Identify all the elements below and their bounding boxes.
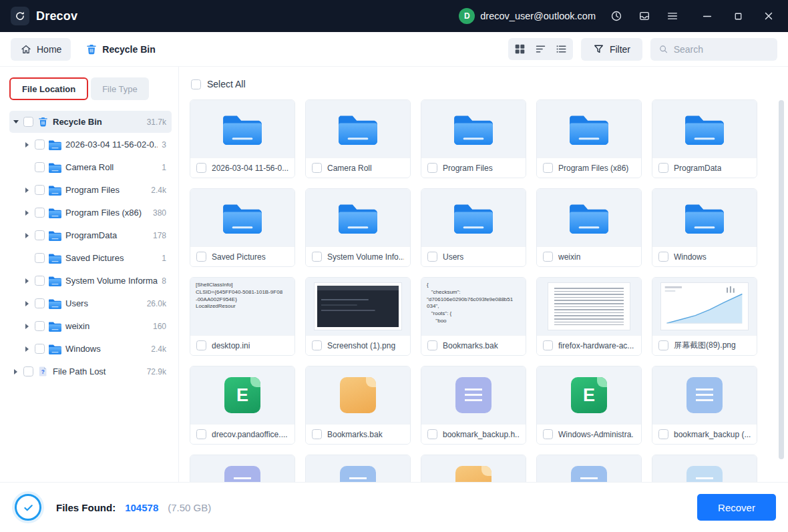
- file-card[interactable]: System Volume Info...: [305, 188, 411, 267]
- tree-item-dated-folder[interactable]: 2026-03-04 11-56-02-0... 3: [21, 134, 172, 156]
- close-button[interactable]: [761, 9, 776, 23]
- checkbox[interactable]: [427, 252, 437, 262]
- file-card[interactable]: Windows-Administra.: [536, 366, 642, 445]
- file-card[interactable]: 屏幕截图(89).png: [652, 277, 757, 356]
- tree-item-program-files[interactable]: Program Files 2.4k: [21, 179, 172, 201]
- checkbox[interactable]: [196, 252, 206, 262]
- checkbox[interactable]: [658, 340, 668, 350]
- filter-button[interactable]: Filter: [581, 38, 642, 61]
- list-view-icon[interactable]: [552, 40, 571, 58]
- file-card[interactable]: [ShellClassInfo] CLSID={645FF040-5081-10…: [190, 277, 295, 356]
- checkbox[interactable]: [427, 163, 437, 173]
- file-card[interactable]: [305, 455, 411, 482]
- checkbox[interactable]: [23, 117, 33, 127]
- recover-button[interactable]: Recover: [697, 494, 776, 521]
- tree-item-weixin[interactable]: weixin 160: [21, 315, 172, 337]
- tree-item-programdata[interactable]: ProgramData 178: [21, 224, 172, 246]
- breadcrumb[interactable]: Recycle Bin: [85, 43, 155, 55]
- checkbox[interactable]: [35, 208, 45, 218]
- tree-item-users[interactable]: Users 26.0k: [21, 292, 172, 314]
- chevron-right-icon[interactable]: [23, 300, 31, 307]
- search-input[interactable]: [674, 44, 769, 55]
- minimize-button[interactable]: [700, 9, 715, 23]
- checkbox[interactable]: [312, 163, 322, 173]
- select-all-checkbox[interactable]: [191, 79, 201, 89]
- chevron-right-icon[interactable]: [12, 368, 19, 375]
- grid-view-icon[interactable]: [510, 40, 530, 58]
- checkbox[interactable]: [35, 230, 45, 240]
- checkbox[interactable]: [35, 185, 45, 195]
- chevron-right-icon[interactable]: [23, 186, 31, 194]
- file-card[interactable]: Program Files (x86): [536, 99, 642, 178]
- file-card[interactable]: ProgramData: [652, 99, 757, 178]
- tab-file-type[interactable]: File Type: [91, 77, 149, 100]
- checkbox[interactable]: [427, 340, 437, 350]
- tree-item-windows[interactable]: Windows 2.4k: [21, 338, 172, 360]
- tree-item-recycle-bin[interactable]: Recycle Bin 31.7k: [9, 111, 172, 133]
- checkbox[interactable]: [35, 344, 45, 354]
- checkbox[interactable]: [35, 276, 45, 286]
- tab-file-location[interactable]: File Location: [9, 77, 88, 100]
- checkbox[interactable]: [35, 321, 45, 331]
- checkbox[interactable]: [312, 252, 322, 262]
- checkbox[interactable]: [543, 163, 553, 173]
- checkbox[interactable]: [543, 252, 553, 262]
- sort-icon[interactable]: [531, 40, 550, 58]
- checkbox[interactable]: [196, 340, 206, 350]
- checkbox[interactable]: [312, 340, 322, 350]
- file-card[interactable]: firefox-hardware-ac...: [536, 277, 642, 356]
- chevron-right-icon[interactable]: [23, 322, 31, 330]
- checkbox[interactable]: [427, 429, 437, 439]
- tree-item-file-path-lost[interactable]: File Path Lost 72.9k: [9, 360, 172, 382]
- vertical-scrollbar[interactable]: [779, 100, 784, 459]
- checkbox[interactable]: [658, 163, 668, 173]
- checkbox[interactable]: [543, 429, 553, 439]
- file-card[interactable]: [536, 455, 642, 482]
- file-card[interactable]: [652, 455, 757, 482]
- tree-item-camera-roll[interactable]: Camera Roll 1: [21, 156, 172, 178]
- file-card[interactable]: [190, 455, 295, 482]
- history-icon[interactable]: [609, 9, 624, 23]
- file-card[interactable]: Program Files: [421, 99, 526, 178]
- file-card[interactable]: Camera Roll: [305, 99, 411, 178]
- checkbox[interactable]: [35, 162, 45, 172]
- chevron-down-icon[interactable]: [12, 118, 19, 125]
- file-card[interactable]: drecov.pandaoffice....: [190, 366, 295, 445]
- chevron-right-icon[interactable]: [23, 277, 31, 284]
- checkbox[interactable]: [543, 340, 553, 350]
- checkbox[interactable]: [35, 253, 45, 263]
- file-card[interactable]: weixin: [536, 188, 642, 267]
- checkbox[interactable]: [658, 429, 668, 439]
- checkbox[interactable]: [658, 252, 668, 262]
- checkbox[interactable]: [196, 429, 206, 439]
- chevron-right-icon[interactable]: [23, 141, 31, 148]
- tree-item-system-volume-information[interactable]: System Volume Informa... 8: [21, 270, 172, 292]
- file-card[interactable]: Screenshot (1).png: [305, 277, 411, 356]
- file-card[interactable]: Bookmarks.bak: [305, 366, 411, 445]
- file-card[interactable]: 2026-03-04 11-56-0...: [190, 99, 295, 178]
- select-all[interactable]: Select All: [191, 79, 772, 89]
- tree-item-saved-pictures[interactable]: Saved Pictures 1: [21, 247, 172, 269]
- chevron-right-icon[interactable]: [23, 232, 31, 239]
- file-card[interactable]: Windows: [652, 188, 757, 267]
- chevron-right-icon[interactable]: [23, 209, 31, 216]
- checkbox[interactable]: [35, 140, 45, 150]
- chevron-right-icon[interactable]: [23, 345, 31, 352]
- account-info[interactable]: D drecov_user@outlook.com: [459, 8, 596, 24]
- inbox-icon[interactable]: [637, 9, 652, 23]
- menu-icon[interactable]: [665, 9, 680, 23]
- file-card[interactable]: Users: [421, 188, 526, 267]
- checkbox[interactable]: [312, 429, 322, 439]
- checkbox[interactable]: [196, 163, 206, 173]
- file-card[interactable]: bookmark_backup.h...: [421, 366, 526, 445]
- checkbox[interactable]: [23, 366, 33, 376]
- home-button[interactable]: Home: [11, 38, 71, 61]
- file-card[interactable]: Saved Pictures: [190, 188, 295, 267]
- maximize-button[interactable]: [731, 9, 745, 23]
- checkbox[interactable]: [35, 298, 45, 308]
- file-card[interactable]: { "checksum": "d706106e0290b76c093fe9e08…: [421, 277, 526, 356]
- file-card[interactable]: [421, 455, 526, 482]
- tree-item-program-files-x86[interactable]: Program Files (x86) 380: [21, 202, 172, 224]
- search-box[interactable]: [650, 38, 777, 61]
- file-card[interactable]: bookmark_backup (...: [652, 366, 757, 445]
